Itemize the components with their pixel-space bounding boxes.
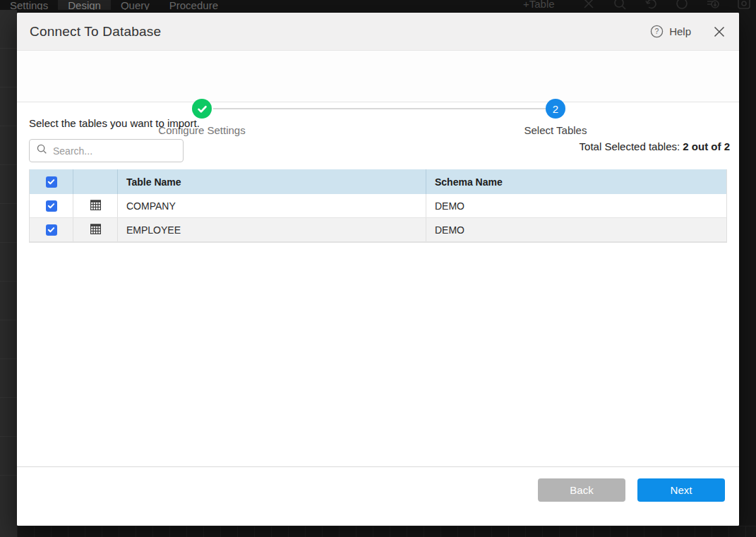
help-icon: ? <box>650 25 664 38</box>
table-name-column-header: Table Name <box>118 169 426 194</box>
svg-text:?: ? <box>655 28 659 35</box>
help-label: Help <box>669 25 691 37</box>
select-all-checkbox[interactable] <box>46 176 57 188</box>
help-button[interactable]: ? Help <box>650 25 691 38</box>
schema-name-cell: DEMO <box>426 194 726 217</box>
table-row[interactable]: COMPANY DEMO <box>30 194 726 218</box>
dialog-header: Connect To Database ? Help <box>17 13 739 51</box>
table-name-cell: COMPANY <box>118 194 426 217</box>
app-tab-bar: Settings Design Query Procedure <box>0 0 228 10</box>
table-row[interactable]: EMPLOYEE DEMO <box>30 218 726 242</box>
search-icon[interactable] <box>613 0 627 10</box>
table-grid-icon <box>90 223 102 237</box>
total-selected-tables: Total Selected tables: 2 out of 2 <box>580 140 730 152</box>
back-button[interactable]: Back <box>538 478 625 502</box>
search-icon <box>37 144 47 157</box>
app-sidebar <box>0 10 17 537</box>
search-box[interactable] <box>29 139 184 162</box>
tables-list: Table Name Schema Name COMPANY DEMO <box>29 169 727 243</box>
tab-procedure[interactable]: Procedure <box>160 0 228 10</box>
tab-query[interactable]: Query <box>111 0 160 10</box>
camera-icon[interactable] <box>737 0 751 10</box>
total-value: 2 out of 2 <box>683 140 730 152</box>
dialog-close-icon[interactable] <box>712 25 726 39</box>
close-icon[interactable] <box>582 0 596 10</box>
wizard-stepper: 2 Configure Settings Select Tables <box>17 51 739 102</box>
dialog-footer: Back Next <box>17 466 739 526</box>
total-label: Total Selected tables: <box>580 140 680 152</box>
undo-icon[interactable] <box>644 0 658 10</box>
next-button[interactable]: Next <box>637 478 725 502</box>
step-connector <box>213 108 546 109</box>
step-1-complete-icon[interactable] <box>192 99 212 119</box>
row-checkbox[interactable] <box>46 224 57 236</box>
dialog-title: Connect To Database <box>30 24 161 40</box>
app-toolbar: Settings Design Query Procedure +Table <box>0 0 756 10</box>
icon-column-header <box>73 169 118 194</box>
tab-settings[interactable]: Settings <box>0 0 58 10</box>
table-grid-icon <box>90 199 102 213</box>
step-2-label: Select Tables <box>485 124 626 136</box>
canvas-grid <box>17 526 756 537</box>
schema-name-column-header: Schema Name <box>426 169 726 194</box>
step-2-indicator[interactable]: 2 <box>546 99 565 119</box>
table-name-cell: EMPLOYEE <box>118 218 426 241</box>
intro-text: Select the tables you want to import. <box>29 117 200 129</box>
refresh-icon[interactable] <box>675 0 689 10</box>
row-checkbox[interactable] <box>46 200 57 212</box>
step-2-number: 2 <box>553 103 558 115</box>
add-table-button[interactable]: +Table <box>523 0 555 10</box>
connect-to-database-dialog: Connect To Database ? Help 2 Configure S… <box>17 13 739 526</box>
schema-name-cell: DEMO <box>426 218 726 241</box>
search-input[interactable] <box>53 145 181 157</box>
table-header-row: Table Name Schema Name <box>30 169 726 194</box>
export-icon[interactable] <box>706 0 720 10</box>
tab-design[interactable]: Design <box>58 0 111 10</box>
